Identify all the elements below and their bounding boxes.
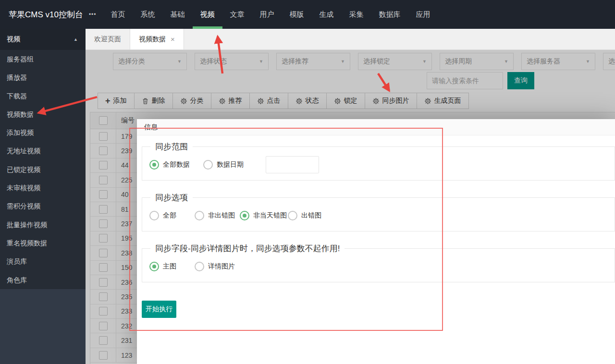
sidebar-item-演员库[interactable]: 演员库	[0, 252, 86, 270]
sidebar-menu: 服务器组播放器下载器视频数据添加视频无地址视频已锁定视频未审核视频需积分视频批量…	[0, 50, 86, 289]
collapse-up-icon[interactable]: ▲	[74, 37, 78, 42]
sidebar-item-无地址视频[interactable]: 无地址视频	[0, 142, 86, 160]
sidebar-item-重名视频数据[interactable]: 重名视频数据	[0, 234, 86, 252]
top-navbar: 苹果CMS v10控制台 ••• 首页系统基础视频文章用户模版生成采集数据库应用	[0, 0, 615, 29]
navbar-item-应用[interactable]: 应用	[408, 0, 438, 29]
modal-body: 同步范围全部数据数据日期同步选项全部非出错图非当天错图出错图同步字段-同步详情图…	[137, 135, 615, 318]
radio-label: 数据日期	[217, 160, 244, 169]
more-icon[interactable]: •••	[89, 11, 97, 18]
radio-option-数据日期[interactable]: 数据日期	[203, 160, 257, 170]
radio-unchecked-icon	[195, 211, 204, 220]
sidebar-item-未审核视频[interactable]: 未审核视频	[0, 179, 86, 197]
navbar-item-文章[interactable]: 文章	[222, 0, 252, 29]
sidebar-item-角色库[interactable]: 角色库	[0, 271, 86, 289]
sidebar-item-需积分视频[interactable]: 需积分视频	[0, 197, 86, 215]
radio-checked-icon	[240, 211, 249, 220]
navbar-item-数据库[interactable]: 数据库	[371, 0, 408, 29]
radio-row: 主图详情图片	[149, 258, 607, 275]
tab-欢迎页面[interactable]: 欢迎页面	[86, 29, 130, 49]
sidebar-item-服务器组[interactable]: 服务器组	[0, 50, 86, 68]
radio-unchecked-icon	[288, 211, 297, 220]
sidebar-item-播放器[interactable]: 播放器	[0, 68, 86, 86]
radio-label: 全部	[163, 211, 176, 220]
tab-close-icon[interactable]: ×	[171, 36, 175, 43]
radio-option-出错图[interactable]: 出错图	[288, 211, 332, 220]
sidebar-item-视频数据[interactable]: 视频数据	[0, 105, 86, 123]
modal-fieldset-0: 同步范围全部数据数据日期	[142, 141, 615, 181]
fieldset-legend: 同步字段-同步详情图片时，同步选项参数不起作用!	[150, 243, 344, 254]
radio-option-详情图片[interactable]: 详情图片	[195, 262, 240, 271]
tab-视频数据[interactable]: 视频数据×	[130, 29, 184, 49]
tab-label: 欢迎页面	[94, 35, 121, 44]
radio-option-全部数据[interactable]: 全部数据	[149, 160, 203, 170]
tab-bar: 欢迎页面视频数据×	[86, 29, 615, 50]
modal-fieldset-2: 同步字段-同步详情图片时，同步选项参数不起作用!主图详情图片	[142, 243, 615, 282]
sidebar: 视频 ▲ 服务器组播放器下载器视频数据添加视频无地址视频已锁定视频未审核视频需积…	[0, 29, 86, 364]
sidebar-item-下载器[interactable]: 下载器	[0, 87, 86, 105]
fieldset-legend: 同步选项	[150, 192, 193, 203]
radio-label: 出错图	[301, 211, 321, 220]
radio-label: 全部数据	[163, 160, 190, 169]
radio-label: 非当天错图	[253, 211, 287, 220]
date-input[interactable]	[266, 156, 319, 173]
app-root: 苹果CMS v10控制台 ••• 首页系统基础视频文章用户模版生成采集数据库应用…	[0, 0, 615, 364]
radio-option-非出错图[interactable]: 非出错图	[195, 211, 239, 220]
navbar-item-生成[interactable]: 生成	[312, 0, 342, 29]
radio-unchecked-icon	[203, 160, 213, 170]
sidebar-item-已锁定视频[interactable]: 已锁定视频	[0, 160, 86, 179]
brand-title[interactable]: 苹果CMS v10控制台	[9, 9, 83, 20]
navbar-item-系统[interactable]: 系统	[133, 0, 163, 29]
radio-row: 全部非出错图非当天错图出错图	[149, 207, 607, 224]
navbar-item-视频[interactable]: 视频	[193, 0, 222, 29]
radio-label: 详情图片	[208, 262, 235, 271]
tab-label: 视频数据	[139, 35, 166, 44]
radio-unchecked-icon	[149, 211, 159, 220]
radio-option-非当天错图[interactable]: 非当天错图	[240, 211, 287, 220]
modal-fieldset-1: 同步选项全部非出错图非当天错图出错图	[142, 192, 615, 231]
navbar-item-首页[interactable]: 首页	[103, 0, 133, 29]
sidebar-item-批量操作视频[interactable]: 批量操作视频	[0, 216, 86, 234]
sidebar-section-title: 视频	[7, 35, 20, 44]
fieldset-legend: 同步范围	[150, 141, 193, 152]
radio-label: 非出错图	[208, 211, 235, 220]
navbar-item-基础[interactable]: 基础	[163, 0, 193, 29]
radio-checked-icon	[149, 160, 159, 170]
radio-unchecked-icon	[195, 262, 204, 271]
radio-option-主图[interactable]: 主图	[149, 262, 195, 271]
radio-option-全部[interactable]: 全部	[149, 211, 194, 220]
modal-title: 信息	[144, 123, 158, 132]
sidebar-section-header[interactable]: 视频 ▲	[0, 29, 86, 50]
radio-checked-icon	[149, 262, 159, 271]
navbar-items: 首页系统基础视频文章用户模版生成采集数据库应用	[103, 0, 438, 29]
radio-label: 主图	[163, 262, 176, 271]
sync-images-modal: 信息 同步范围全部数据数据日期同步选项全部非出错图非当天错图出错图同步字段-同步…	[137, 119, 615, 364]
navbar-item-采集[interactable]: 采集	[342, 0, 371, 29]
start-execute-button[interactable]: 开始执行	[142, 301, 176, 318]
navbar-item-用户[interactable]: 用户	[252, 0, 282, 29]
modal-header: 信息	[137, 119, 615, 135]
navbar-item-模版[interactable]: 模版	[282, 0, 312, 29]
sidebar-item-添加视频[interactable]: 添加视频	[0, 123, 86, 142]
radio-row: 全部数据数据日期	[149, 156, 607, 173]
